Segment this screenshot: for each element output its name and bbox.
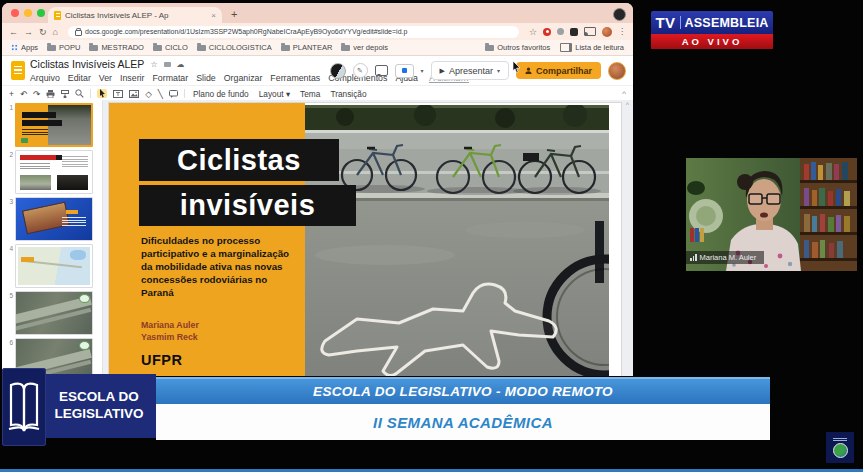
bookmark-folder-ciclo[interactable]: CICLO xyxy=(153,43,188,52)
slide-number: 2 xyxy=(2,151,13,158)
theme-button[interactable]: Tema xyxy=(298,89,322,99)
subtitle-line: concessões rodoviárias no xyxy=(141,274,313,287)
bookmark-folder-mestrado[interactable]: MESTRADO xyxy=(89,43,144,52)
slide-institution[interactable]: UFPR xyxy=(141,352,182,368)
document-title[interactable]: Ciclistas Invisíveis ALEP xyxy=(30,58,144,70)
slide-subtitle[interactable]: Dificuldades no processo participativo e… xyxy=(141,235,313,300)
editing-mode-icon[interactable]: ✎ xyxy=(353,63,368,78)
thumb-badge xyxy=(79,294,90,303)
slide-thumbnail-1[interactable] xyxy=(15,103,93,147)
browser-profile-icon[interactable] xyxy=(613,8,626,21)
move-folder-icon[interactable] xyxy=(164,62,171,67)
bookmark-label: Lista de leitura xyxy=(575,43,624,52)
present-button[interactable]: ▶ Apresentar ▾ xyxy=(431,61,509,80)
new-slide-icon[interactable]: + xyxy=(9,89,14,99)
new-tab-button[interactable]: + xyxy=(231,9,237,20)
extension-gray-icon[interactable] xyxy=(557,28,564,35)
slide-number: 1 xyxy=(2,104,13,111)
bookmark-folder-popu[interactable]: POPU xyxy=(47,43,80,52)
bookmark-label: PLANTEAR xyxy=(293,43,333,52)
person-icon xyxy=(525,67,532,74)
browser-menu-icon[interactable]: ⋮ xyxy=(618,27,626,36)
scroll-up-icon[interactable]: ^ xyxy=(626,101,629,108)
menu-slide[interactable]: Slide xyxy=(196,73,216,83)
bookmark-label: ver depois xyxy=(353,43,388,52)
maximize-window-button[interactable] xyxy=(37,9,45,17)
slide-thumbnail-5[interactable] xyxy=(15,291,93,335)
tv-assembleia-logo: TV ASSEMBLEIA AO VIVO xyxy=(651,11,773,49)
comments-icon[interactable] xyxy=(375,65,388,76)
bookmark-label: MESTRADO xyxy=(101,43,144,52)
slide-thumbnail-2[interactable] xyxy=(15,150,93,194)
collaborator-avatar[interactable] xyxy=(330,63,346,79)
user-avatar[interactable] xyxy=(608,62,626,80)
close-window-button[interactable] xyxy=(11,9,19,17)
home-icon[interactable]: ⌂ xyxy=(53,27,58,37)
transition-button[interactable]: Transição xyxy=(328,89,368,99)
undo-icon[interactable]: ↶ xyxy=(20,89,27,99)
reading-list[interactable]: Lista de leitura xyxy=(560,43,624,52)
menu-arquivo[interactable]: Arquivo xyxy=(30,73,60,83)
extension-dark-icon[interactable] xyxy=(570,28,578,36)
bookmark-folder-ciclologistica[interactable]: CICLOLOGISTICA xyxy=(197,43,272,52)
slide-title-line2[interactable]: invisíveis xyxy=(139,185,356,226)
layout-button[interactable]: Layout ▾ xyxy=(257,89,292,99)
menu-inserir[interactable]: Inserir xyxy=(120,73,144,83)
shape-tool-icon[interactable]: ◇ xyxy=(145,89,152,99)
slide-thumbnail-3[interactable] xyxy=(15,197,93,241)
bookmark-folder-ver-depois[interactable]: ver depois xyxy=(341,43,388,52)
zoom-icon[interactable] xyxy=(75,89,84,98)
current-slide[interactable]: Ciclistas invisíveis Dificuldades no pro… xyxy=(109,103,621,376)
meet-icon[interactable] xyxy=(395,64,414,78)
paint-format-icon[interactable] xyxy=(61,90,69,98)
bookmark-folder-plantear[interactable]: PLANTEAR xyxy=(281,43,333,52)
background-button[interactable]: Plano de fundo xyxy=(191,89,251,99)
folder-icon xyxy=(341,45,350,51)
share-button[interactable]: Compartilhar xyxy=(516,62,601,79)
select-tool-icon[interactable] xyxy=(97,89,107,98)
browser-tab[interactable]: Ciclistas Invisíveis ALEP - Ap × xyxy=(48,7,222,23)
chrome-avatar[interactable] xyxy=(602,27,612,37)
forward-icon[interactable]: → xyxy=(24,27,33,37)
bookmark-label: CICLOLOGISTICA xyxy=(209,43,272,52)
cast-icon[interactable] xyxy=(584,27,596,36)
redo-icon[interactable]: ↷ xyxy=(33,89,40,99)
text-box-icon[interactable] xyxy=(113,90,123,98)
cloud-status-icon[interactable]: ☁ xyxy=(177,60,185,69)
bookmark-apps[interactable]: Apps xyxy=(11,43,38,52)
author-name: Yasmim Reck xyxy=(141,332,199,344)
reading-list-icon xyxy=(560,43,572,52)
slide-authors[interactable]: Mariana Auler Yasmim Reck xyxy=(141,320,199,344)
collapse-toolbar-icon[interactable]: ^ xyxy=(622,89,626,98)
meet-camera-glyph xyxy=(402,68,407,73)
tab-close-icon[interactable]: × xyxy=(211,11,216,20)
menu-organizar[interactable]: Organizar xyxy=(224,73,263,83)
back-icon[interactable]: ← xyxy=(9,27,18,37)
glasses-right xyxy=(767,194,780,204)
minimize-window-button[interactable] xyxy=(24,9,32,17)
address-bar[interactable]: docs.google.com/presentation/d/1UsIzm3SS… xyxy=(68,26,519,38)
present-caret-icon: ▾ xyxy=(497,67,500,74)
slides-header: Ciclistas Invisíveis ALEP ☆ ☁ Arquivo Ed… xyxy=(2,56,633,85)
line-tool-icon[interactable]: ╲ xyxy=(158,89,163,99)
meet-caret-icon[interactable]: ▾ xyxy=(421,67,424,74)
menu-formatar[interactable]: Formatar xyxy=(152,73,188,83)
lock-icon xyxy=(75,30,82,36)
slides-app-icon[interactable] xyxy=(11,61,25,80)
menu-ver[interactable]: Ver xyxy=(99,73,112,83)
slide-number: 4 xyxy=(2,245,13,252)
reload-icon[interactable]: ↻ xyxy=(39,27,47,37)
star-document-icon[interactable]: ☆ xyxy=(150,60,157,69)
extension-red-icon[interactable] xyxy=(543,28,551,36)
menu-editar[interactable]: Editar xyxy=(68,73,91,83)
other-bookmarks[interactable]: Outros favoritos xyxy=(485,43,550,52)
insert-comment-icon[interactable] xyxy=(169,90,178,98)
bookmark-star-icon[interactable]: ☆ xyxy=(529,27,537,37)
thumb-photo xyxy=(20,175,51,190)
slide-title-line1[interactable]: Ciclistas xyxy=(139,139,339,181)
print-icon[interactable] xyxy=(46,90,55,98)
menu-ferramentas[interactable]: Ferramentas xyxy=(270,73,320,83)
insert-image-icon[interactable] xyxy=(129,90,139,98)
thumbnail-row: 1 xyxy=(2,103,102,147)
slide-thumbnail-4[interactable] xyxy=(15,244,93,288)
